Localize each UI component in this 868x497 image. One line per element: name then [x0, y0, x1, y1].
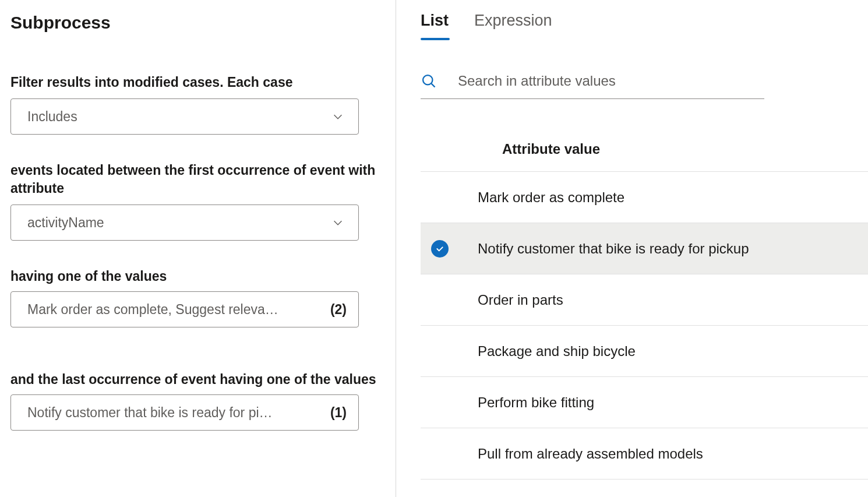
- attribute-value: activityName: [27, 215, 324, 231]
- search-row: [421, 73, 764, 99]
- form-pane: Subprocess Filter results into modified …: [0, 0, 396, 497]
- tabs: List Expression: [396, 12, 868, 39]
- first-values-text: Mark order as complete, Suggest releva…: [27, 302, 322, 318]
- attribute-select[interactable]: activityName: [10, 205, 359, 241]
- attribute-value-label: Pull from already assembled models: [478, 446, 703, 462]
- chevron-down-icon: [331, 216, 344, 229]
- first-values-count: (2): [330, 302, 347, 318]
- attribute-value-row[interactable]: Perform bike fitting: [421, 377, 868, 428]
- attribute-value-label: Mark order as complete: [478, 189, 624, 206]
- filter-label: Filter results into modified cases. Each…: [10, 73, 384, 91]
- values-pane: List Expression Attribute value Mark ord…: [396, 0, 868, 497]
- page-title: Subprocess: [10, 13, 384, 33]
- attribute-value-label: Order in parts: [478, 292, 563, 308]
- filter-mode-select[interactable]: Includes: [10, 98, 359, 135]
- values2-label: and the last occurrence of event having …: [10, 371, 384, 389]
- chevron-down-icon: [331, 110, 344, 123]
- column-header: Attribute value: [421, 141, 868, 172]
- attribute-value-row[interactable]: Mark order as complete: [421, 172, 868, 223]
- attribute-value-row[interactable]: Package and ship bicycle: [421, 326, 868, 377]
- app-root: Subprocess Filter results into modified …: [0, 0, 868, 497]
- attribute-value-label: Package and ship bicycle: [478, 343, 636, 359]
- last-values-count: (1): [330, 405, 347, 421]
- check-slot: [421, 240, 478, 258]
- attribute-value-row[interactable]: Pull from already assembled models: [421, 428, 868, 480]
- first-values-input[interactable]: Mark order as complete, Suggest releva… …: [10, 291, 359, 327]
- between-label: events located between the first occurre…: [10, 161, 384, 198]
- attribute-value-label: Notify customer that bike is ready for p…: [478, 241, 749, 257]
- attribute-value-label: Perform bike fitting: [478, 394, 594, 411]
- attribute-value-row[interactable]: Order in parts: [421, 274, 868, 326]
- attribute-value-list: Mark order as completeNotify customer th…: [421, 172, 868, 480]
- attribute-value-row[interactable]: Notify customer that bike is ready for p…: [421, 223, 868, 274]
- tab-list[interactable]: List: [421, 12, 449, 39]
- checkmark-icon: [431, 240, 449, 258]
- tab-expression[interactable]: Expression: [474, 12, 552, 39]
- svg-line-1: [432, 84, 435, 87]
- values1-label: having one of the values: [10, 267, 384, 285]
- search-input[interactable]: [458, 73, 764, 89]
- last-values-text: Notify customer that bike is ready for p…: [27, 405, 322, 421]
- search-icon: [421, 73, 437, 89]
- last-values-input[interactable]: Notify customer that bike is ready for p…: [10, 394, 359, 431]
- filter-mode-value: Includes: [27, 109, 324, 125]
- svg-point-0: [423, 75, 432, 84]
